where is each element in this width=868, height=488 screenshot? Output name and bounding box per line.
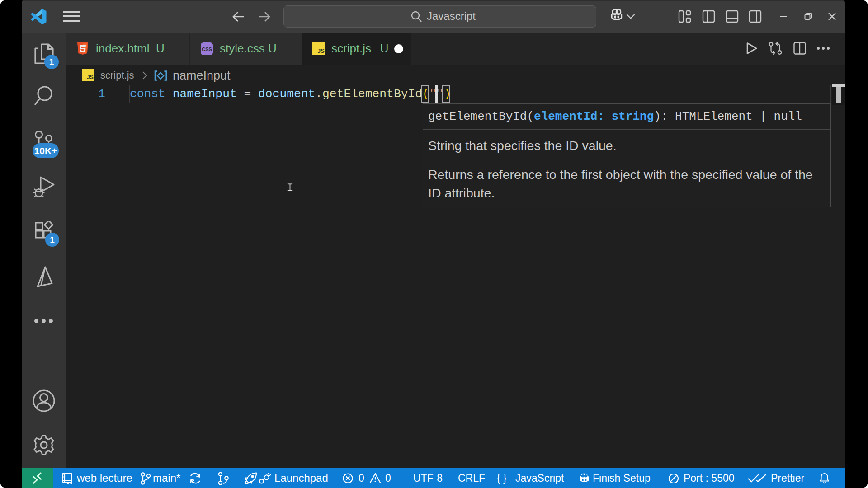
svg-text:JS: JS [317, 47, 325, 54]
svg-text:CSS: CSS [202, 47, 212, 52]
svg-text:JS: JS [87, 74, 94, 80]
